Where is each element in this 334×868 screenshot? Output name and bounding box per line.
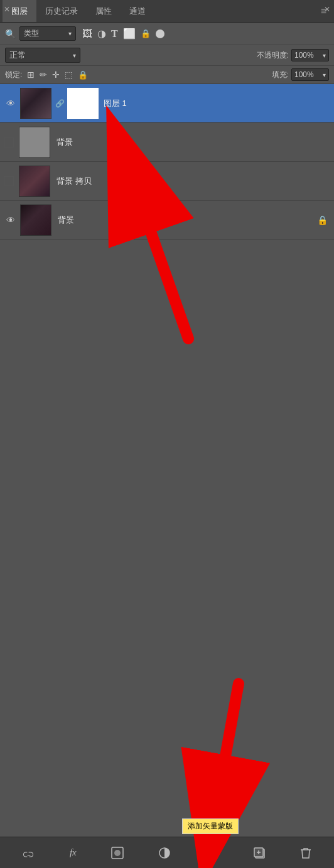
- filter-icons-group: 🖼 ◑ T ⬜ 🔒: [82, 28, 164, 40]
- text-filter-icon[interactable]: T: [111, 28, 118, 40]
- link-layers-button[interactable]: [18, 844, 40, 862]
- layer-thumbnail: [20, 88, 51, 119]
- layer-thumbnail: [20, 204, 51, 236]
- blend-bar: 正常 ▾ 不透明度: 100% ▾: [0, 45, 334, 66]
- fx-button[interactable]: fx: [65, 845, 82, 860]
- layer-thumb-content: [19, 166, 50, 196]
- filter-type-label: 类型: [24, 28, 39, 39]
- tab-history[interactable]: 历史记录: [36, 0, 87, 22]
- svg-point-1: [114, 850, 121, 856]
- lock-label: 锁定:: [5, 70, 22, 80]
- layer-thumbnail: [19, 166, 50, 197]
- layer-thumb-content: [21, 88, 51, 119]
- lock-all-icon[interactable]: 🔒: [78, 70, 88, 80]
- layer-visibility-toggle[interactable]: 👁: [4, 215, 18, 225]
- shape-filter-icon[interactable]: ⬜: [123, 28, 136, 40]
- layer-mask-thumbnail[interactable]: [67, 88, 99, 119]
- close-right-icon[interactable]: ✕: [324, 5, 330, 14]
- fill-value: 100%: [294, 70, 314, 79]
- fill-select[interactable]: 100% ▾: [291, 68, 329, 81]
- layer-thumb-content: [21, 205, 51, 235]
- layer-row[interactable]: 背景: [0, 123, 334, 162]
- opacity-label: 不透明度:: [257, 50, 289, 61]
- new-group-button[interactable]: [201, 844, 224, 862]
- svg-line-11: [213, 684, 239, 822]
- filter-type-select[interactable]: 类型 ▾: [19, 26, 76, 41]
- blend-mode-select[interactable]: 正常 ▾: [5, 48, 80, 63]
- tab-channels[interactable]: 通道: [121, 0, 154, 22]
- filter-dropdown-arrow: ▾: [68, 30, 72, 37]
- lock-draw-icon[interactable]: ✏: [40, 70, 47, 80]
- mask-thumb-content: [68, 89, 97, 118]
- layers-list: 👁 🔗 图层 1 背景 背景 拷贝 👁 背景 🔒: [0, 84, 334, 240]
- tooltip-text: 添加矢量蒙版: [188, 822, 233, 830]
- opacity-dropdown-arrow: ▾: [323, 52, 326, 59]
- opacity-value: 100%: [294, 51, 314, 60]
- blend-mode-label: 正常: [9, 50, 26, 61]
- lock-pixels-icon[interactable]: ⊞: [27, 70, 35, 80]
- tabs-bar: 图层 历史记录 属性 通道 ≡: [0, 0, 334, 23]
- layer-visibility-toggle[interactable]: 👁: [4, 98, 18, 109]
- circle-filter-icon[interactable]: [156, 29, 164, 38]
- fill-label: 填充:: [272, 70, 289, 80]
- adjustment-filter-icon[interactable]: ◑: [97, 28, 106, 40]
- opacity-row: 不透明度: 100% ▾: [257, 49, 329, 61]
- tooltip: 添加矢量蒙版: [182, 818, 239, 834]
- lock-move-icon[interactable]: ✛: [52, 70, 60, 80]
- layer-thumb-content: [19, 127, 50, 157]
- search-icon: 🔍: [5, 29, 16, 39]
- image-filter-icon[interactable]: 🖼: [82, 28, 92, 40]
- layer-row[interactable]: 👁 🔗 图层 1: [0, 84, 334, 123]
- layer-row[interactable]: 背景 拷贝: [0, 162, 334, 201]
- layer-row[interactable]: 👁 背景 🔒: [0, 201, 334, 240]
- blend-dropdown-arrow: ▾: [73, 52, 76, 59]
- layer-name: 图层 1: [100, 98, 330, 109]
- filter-bar: 🔍 类型 ▾ 🖼 ◑ T ⬜ 🔒: [0, 23, 334, 45]
- layer-visibility-checkbox[interactable]: [4, 176, 14, 186]
- fill-row: 填充: 100% ▾: [272, 68, 329, 81]
- svg-rect-3: [207, 850, 217, 858]
- layer-visibility-checkbox[interactable]: [4, 137, 14, 147]
- layer-lock-icon: 🔒: [317, 215, 328, 225]
- lock-icons-group: ⊞ ✏ ✛ ⬚ 🔒: [27, 70, 88, 80]
- bottom-toolbar: fx: [0, 837, 334, 868]
- close-left-icon[interactable]: ✕: [4, 5, 10, 14]
- layer-name: 背景: [54, 214, 317, 226]
- tab-properties[interactable]: 属性: [87, 0, 121, 22]
- lock-filter-icon[interactable]: 🔒: [141, 29, 151, 38]
- lock-artboard-icon[interactable]: ⬚: [65, 70, 73, 80]
- layer-name: 背景 拷贝: [53, 176, 330, 187]
- lock-bar: 锁定: ⊞ ✏ ✛ ⬚ 🔒 填充: 100% ▾: [0, 66, 334, 84]
- fill-dropdown-arrow: ▾: [323, 71, 326, 78]
- opacity-select[interactable]: 100% ▾: [291, 49, 329, 61]
- add-mask-button[interactable]: [106, 844, 129, 862]
- layer-thumbnail: [19, 127, 50, 158]
- new-layer-button[interactable]: [248, 844, 271, 862]
- delete-layer-button[interactable]: [295, 844, 316, 862]
- layer-chain-icon: 🔗: [55, 99, 65, 108]
- layer-name: 背景: [53, 137, 330, 148]
- add-adjustment-button[interactable]: [153, 844, 176, 862]
